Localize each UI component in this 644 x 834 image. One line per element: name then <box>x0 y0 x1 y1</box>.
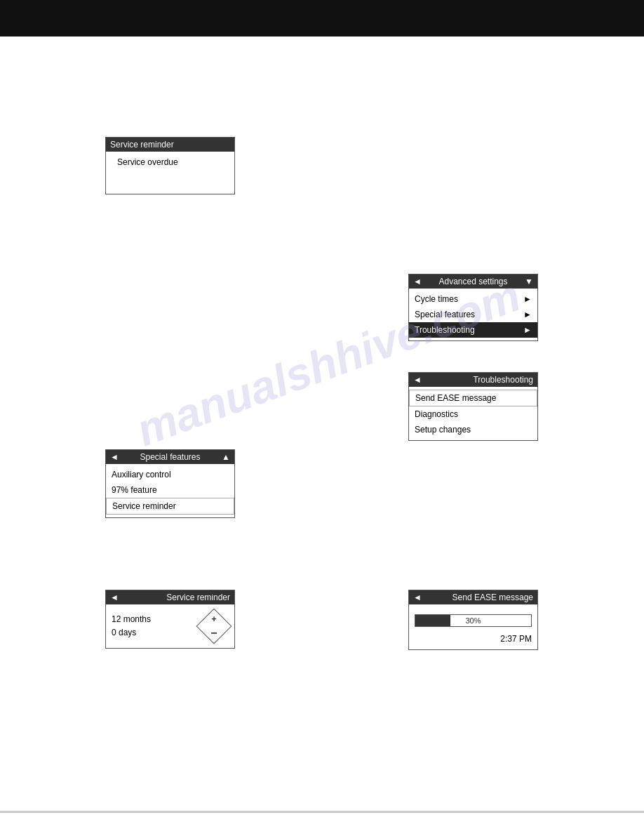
diagnostics-label: Diagnostics <box>415 409 458 419</box>
sf-arrow-left-icon: ◄ <box>110 452 119 462</box>
sr2-values: 12 months 0 days <box>112 613 151 640</box>
minus-icon[interactable]: − <box>210 628 217 639</box>
service-overdue-text: Service overdue <box>117 157 178 167</box>
progress-bar-container: 30% <box>415 614 532 627</box>
months-text: 12 months <box>112 613 151 626</box>
service-reminder-panel-1: Service reminder Service overdue <box>105 137 235 194</box>
special-features-panel-title: Special features <box>140 452 200 462</box>
se-arrow-left-icon: ◄ <box>413 593 422 602</box>
cycle-times-label: Cycle times <box>415 294 458 304</box>
setup-changes-item[interactable]: Setup changes <box>409 422 537 437</box>
send-ease-header: ◄ Send EASE message <box>409 590 537 604</box>
send-ease-panel-title: Send EASE message <box>452 593 533 602</box>
troubleshooting-body: Send EASE message Diagnostics Setup chan… <box>409 387 537 440</box>
arrow-left-icon: ◄ <box>413 277 422 286</box>
cycle-times-arrow: ► <box>523 294 532 304</box>
plus-icon[interactable]: + <box>211 614 217 624</box>
arrow-down-icon: ▼ <box>525 277 533 286</box>
advanced-settings-body: Cycle times ► Special features ► Trouble… <box>409 289 537 340</box>
advanced-settings-panel: ◄ Advanced settings ▼ Cycle times ► Spec… <box>408 274 538 341</box>
diagnostics-item[interactable]: Diagnostics <box>409 406 537 422</box>
troubleshooting-panel-title: Troubleshooting <box>473 375 533 385</box>
top-bar <box>0 0 644 37</box>
special-features-header: ◄ Special features ▲ <box>106 450 234 464</box>
service-reminder-1-body: Service overdue <box>106 152 234 194</box>
service-reminder-1-header: Service reminder <box>106 138 234 152</box>
service-reminder-sf-label: Service reminder <box>112 501 176 511</box>
service-reminder-2-title: Service reminder <box>166 593 230 602</box>
97-feature-label: 97% feature <box>112 485 157 495</box>
special-features-label: Special features <box>415 310 475 319</box>
ease-time: 2:37 PM <box>415 633 532 645</box>
send-ease-body: 30% 2:37 PM <box>409 604 537 649</box>
auxiliary-control-label: Auxiliary control <box>112 470 171 479</box>
sf-scroll-up-icon: ▲ <box>222 452 230 462</box>
send-ease-item[interactable]: Send EASE message <box>409 390 537 406</box>
troubleshooting-arrow: ► <box>523 325 532 335</box>
send-ease-panel: ◄ Send EASE message 30% 2:37 PM <box>408 590 538 650</box>
setup-changes-label: Setup changes <box>415 425 471 435</box>
troubleshooting-panel-header: ◄ Troubleshooting <box>409 373 537 387</box>
cycle-times-item[interactable]: Cycle times ► <box>409 291 537 307</box>
special-features-panel: ◄ Special features ▲ Auxiliary control 9… <box>105 449 235 518</box>
send-ease-label: Send EASE message <box>415 393 496 403</box>
troubleshooting-panel: ◄ Troubleshooting Send EASE message Diag… <box>408 372 538 441</box>
auxiliary-control-item[interactable]: Auxiliary control <box>106 467 234 482</box>
special-features-item[interactable]: Special features ► <box>409 307 537 322</box>
troubleshooting-item[interactable]: Troubleshooting ► <box>409 322 537 338</box>
service-reminder-1-title: Service reminder <box>110 140 174 150</box>
special-features-body: Auxiliary control 97% feature Service re… <box>106 464 234 517</box>
bottom-bar <box>0 811 644 813</box>
service-reminder-sf-item[interactable]: Service reminder <box>106 498 234 515</box>
service-reminder-2-body: 12 months 0 days + − <box>106 604 234 648</box>
97-feature-item[interactable]: 97% feature <box>106 482 234 498</box>
ts-arrow-left-icon: ◄ <box>413 375 422 385</box>
service-reminder-panel-2: ◄ Service reminder 12 months 0 days + − <box>105 590 235 649</box>
diamond-stepper[interactable]: + − <box>199 611 229 641</box>
sr2-arrow-left-icon: ◄ <box>110 593 119 602</box>
special-features-arrow: ► <box>523 310 532 319</box>
progress-label: 30% <box>465 616 481 625</box>
progress-bar-fill <box>415 615 450 626</box>
advanced-settings-header: ◄ Advanced settings ▼ <box>409 274 537 289</box>
service-reminder-2-header: ◄ Service reminder <box>106 590 234 604</box>
advanced-settings-title: Advanced settings <box>438 277 507 286</box>
days-text: 0 days <box>112 626 151 640</box>
troubleshooting-label: Troubleshooting <box>415 325 475 335</box>
